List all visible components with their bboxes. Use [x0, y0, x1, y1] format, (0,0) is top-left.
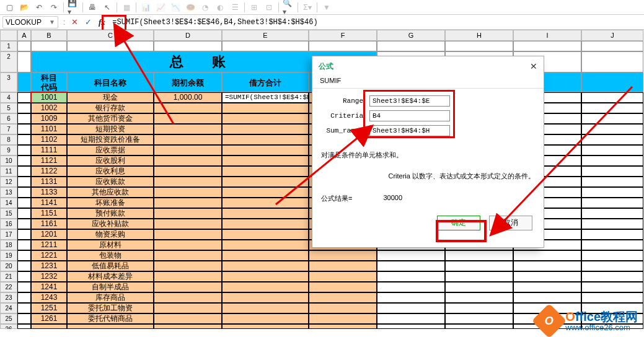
cell-code[interactable]: 1261: [31, 313, 67, 324]
cell-opening[interactable]: [154, 240, 222, 250]
ok-button[interactable]: 确定: [437, 216, 480, 230]
cell-opening[interactable]: [154, 292, 222, 303]
cell-opening[interactable]: [154, 250, 222, 261]
cell[interactable]: [17, 124, 31, 134]
row-header[interactable]: 7: [0, 124, 17, 134]
cell[interactable]: [581, 261, 643, 271]
print-icon[interactable]: 🖶: [87, 2, 98, 13]
cell-credit[interactable]: [309, 250, 377, 261]
cell[interactable]: [17, 219, 31, 229]
cell[interactable]: [581, 219, 643, 229]
row-header[interactable]: 11: [0, 166, 17, 177]
cell[interactable]: [377, 261, 445, 271]
cell[interactable]: [17, 261, 31, 271]
cell-opening[interactable]: [154, 261, 222, 271]
row-header[interactable]: 4: [0, 92, 17, 103]
cancel-formula-icon[interactable]: ✕: [68, 17, 81, 27]
cell-code[interactable]: 1102: [31, 134, 67, 145]
cell[interactable]: [581, 155, 643, 166]
cell-name[interactable]: 现金: [67, 92, 154, 103]
cell-name[interactable]: 材料成本差异: [67, 271, 154, 282]
cell[interactable]: [445, 261, 513, 271]
cell[interactable]: [17, 92, 31, 103]
cell[interactable]: [513, 282, 581, 292]
col-header-b[interactable]: B: [31, 30, 67, 41]
row-header[interactable]: 2: [0, 51, 17, 72]
cell-debit[interactable]: [222, 155, 309, 166]
cursor-icon[interactable]: ↖: [102, 2, 113, 13]
cell-name[interactable]: 短期投资跌价准备: [67, 134, 154, 145]
cell-name[interactable]: 应收账款: [67, 177, 154, 187]
row-header[interactable]: 6: [0, 113, 17, 124]
cell-name[interactable]: 委托加工物资: [67, 303, 154, 313]
cell-code[interactable]: 1201: [31, 229, 67, 240]
cell-credit[interactable]: [309, 282, 377, 292]
cell[interactable]: [17, 271, 31, 282]
cell-opening[interactable]: [154, 145, 222, 155]
cell[interactable]: [17, 41, 31, 51]
cell-debit[interactable]: [222, 187, 309, 198]
cell[interactable]: [581, 124, 643, 134]
cell-debit[interactable]: [222, 177, 309, 187]
cell[interactable]: [445, 41, 513, 51]
cell[interactable]: [17, 103, 31, 113]
cell[interactable]: [222, 324, 309, 329]
cell-name[interactable]: 物资采购: [67, 229, 154, 240]
row-header[interactable]: 1: [0, 41, 17, 51]
cell-code[interactable]: 1002: [31, 103, 67, 113]
cell-code[interactable]: 1221: [31, 250, 67, 261]
cell[interactable]: [513, 41, 581, 51]
row-header[interactable]: 13: [0, 187, 17, 198]
row-header[interactable]: 9: [0, 145, 17, 155]
cell[interactable]: [67, 324, 154, 329]
cell-code[interactable]: 1141: [31, 198, 67, 208]
undo-icon[interactable]: ↶: [33, 2, 45, 13]
cell[interactable]: [377, 282, 445, 292]
cell[interactable]: [581, 229, 643, 240]
chart-icon[interactable]: 🍩: [185, 2, 196, 13]
cell-name[interactable]: 银行存款: [67, 103, 154, 113]
cell-opening[interactable]: [154, 282, 222, 292]
cell-opening[interactable]: [154, 313, 222, 324]
cell[interactable]: [377, 303, 445, 313]
cell-debit[interactable]: [222, 134, 309, 145]
col-header-e[interactable]: E: [222, 30, 309, 41]
open-icon[interactable]: 📂: [19, 2, 30, 13]
cell-debit[interactable]: [222, 229, 309, 240]
cell[interactable]: [377, 324, 445, 329]
header-opening[interactable]: 期初余额: [154, 72, 222, 92]
chart-icon[interactable]: ☰: [229, 2, 240, 13]
cell[interactable]: [17, 324, 31, 329]
cell[interactable]: [17, 198, 31, 208]
cell-name[interactable]: 其他货币资金: [67, 113, 154, 124]
cell-code[interactable]: 1133: [31, 187, 67, 198]
cell[interactable]: [445, 324, 513, 329]
header-code[interactable]: 科目代码: [31, 72, 67, 92]
cell-code[interactable]: 1251: [31, 303, 67, 313]
chart-icon[interactable]: 📉: [170, 2, 181, 13]
chart-icon[interactable]: ◔: [200, 2, 211, 13]
cell[interactable]: [581, 198, 643, 208]
col-header-d[interactable]: D: [154, 30, 222, 41]
cell[interactable]: [377, 271, 445, 282]
cell-opening[interactable]: [154, 208, 222, 219]
cell-debit[interactable]: [222, 208, 309, 219]
cell-debit[interactable]: [222, 113, 309, 124]
cell[interactable]: [17, 177, 31, 187]
cell[interactable]: [581, 51, 643, 72]
row-header[interactable]: 16: [0, 219, 17, 229]
cell-debit[interactable]: [222, 313, 309, 324]
cell-debit[interactable]: [222, 124, 309, 134]
cell-name[interactable]: 其他应收款: [67, 187, 154, 198]
row-header[interactable]: 12: [0, 177, 17, 187]
cell-debit[interactable]: [222, 271, 309, 282]
cell-debit[interactable]: [222, 250, 309, 261]
cell-debit[interactable]: [222, 103, 309, 113]
func-icon[interactable]: ⊞: [249, 2, 260, 13]
cell-name[interactable]: 低值易耗品: [67, 261, 154, 271]
cell[interactable]: [581, 41, 643, 51]
cell[interactable]: [17, 240, 31, 250]
select-all-corner[interactable]: [0, 30, 17, 41]
cell[interactable]: [581, 282, 643, 292]
cell[interactable]: [17, 187, 31, 198]
